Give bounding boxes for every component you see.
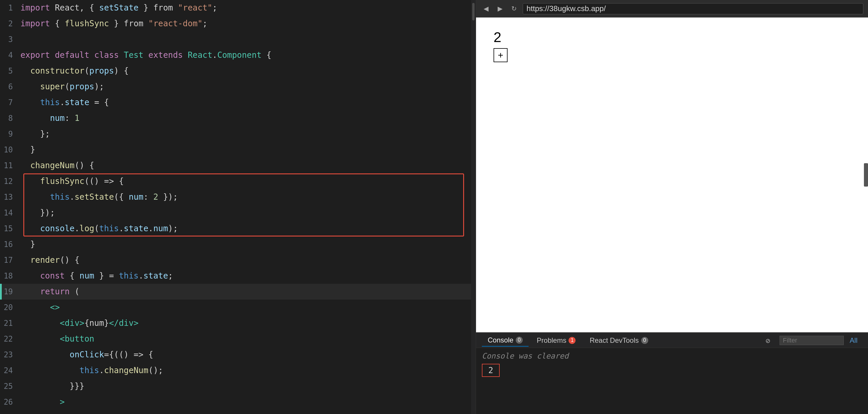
line-number: 27 [0, 410, 18, 414]
code-line: 7 this.state = { [0, 95, 476, 110]
line-content: changeNum() { [18, 158, 476, 173]
line-content: import React, { setState } from "react"; [18, 0, 476, 16]
code-line: 4export default class Test extends React… [0, 47, 476, 63]
code-line: 15 console.log(this.state.num); [0, 221, 476, 236]
browser-bar: ◀ ▶ ↻ [476, 0, 868, 18]
tab-react-devtools-badge: 0 [641, 337, 648, 344]
code-line: 12 flushSync(() => { [0, 173, 476, 189]
tab-problems-badge: 1 [568, 337, 576, 344]
line-content: onClick={(() => { [18, 347, 476, 363]
tab-react-devtools-label: React DevTools [590, 336, 639, 345]
line-number: 3 [0, 32, 18, 47]
tab-console-label: Console [488, 336, 514, 344]
code-line: 21 <div>{num}</div> [0, 315, 476, 331]
bottom-tabs: Console 0 Problems 1 React DevTools 0 Al… [476, 333, 868, 348]
code-line: 24 this.changeNum(); [0, 363, 476, 378]
code-line: 1import React, { setState } from "react"… [0, 0, 476, 16]
line-number: 25 [0, 378, 18, 394]
console-content: Console was cleared 2 [476, 348, 868, 414]
line-content: console.log(this.state.num); [18, 221, 476, 236]
line-content: > [18, 394, 476, 410]
line-number: 26 [0, 394, 18, 410]
line-content: this.changeNum(); [18, 363, 476, 378]
line-number: 16 [0, 236, 18, 252]
line-content: constructor(props) { [18, 63, 476, 79]
line-number: 15 [0, 221, 18, 236]
code-line: 20 <> [0, 300, 476, 315]
active-line-indicator [0, 284, 2, 300]
bottom-panel: Console 0 Problems 1 React DevTools 0 Al… [476, 332, 868, 414]
code-line: 18 const { num } = this.state; [0, 268, 476, 284]
tab-react-devtools[interactable]: React DevTools 0 [584, 334, 654, 346]
line-number: 21 [0, 315, 18, 331]
line-number: 8 [0, 110, 18, 126]
refresh-button[interactable]: ↻ [509, 3, 519, 14]
resizer-handle[interactable] [864, 163, 868, 186]
line-number: 18 [0, 268, 18, 284]
preview-area: 2 + [476, 18, 868, 332]
line-number: 5 [0, 63, 18, 79]
line-content: export default class Test extends React.… [18, 47, 476, 63]
code-line: 19 return ( [0, 284, 476, 300]
line-content: }); [18, 205, 476, 221]
scrollbar-thumb[interactable] [472, 3, 474, 21]
code-line: 22 <button [0, 331, 476, 347]
line-content: }; [18, 126, 476, 142]
url-bar[interactable] [523, 3, 863, 14]
line-content: <div>{num}</div> [18, 315, 476, 331]
line-content: this.setState({ num: 2 }); [18, 189, 476, 205]
tab-problems-label: Problems [537, 336, 566, 345]
line-number: 14 [0, 205, 18, 221]
code-line: 8 num: 1 [0, 110, 476, 126]
line-content: flushSync(() => { [18, 173, 476, 189]
no-entry-icon[interactable] [766, 336, 774, 345]
back-button[interactable]: ◀ [481, 3, 491, 14]
line-content: const { num } = this.state; [18, 268, 476, 284]
code-line: 3 [0, 32, 476, 47]
all-button[interactable]: All [849, 336, 858, 345]
editor-scrollbar[interactable] [471, 0, 476, 414]
line-number: 24 [0, 363, 18, 378]
refresh-icon: ↻ [512, 5, 517, 12]
line-number: 19 [0, 284, 18, 300]
line-number: 7 [0, 95, 18, 110]
code-line: 6 super(props); [0, 79, 476, 95]
line-number: 20 [0, 300, 18, 315]
code-area[interactable]: 1import React, { setState } from "react"… [0, 0, 476, 414]
line-number: 9 [0, 126, 18, 142]
code-line: 9 }; [0, 126, 476, 142]
line-content: <> [18, 300, 476, 315]
line-content: num: 1 [18, 110, 476, 126]
filter-input[interactable] [780, 336, 844, 345]
console-cleared-message: Console was cleared [482, 352, 862, 360]
line-number: 2 [0, 16, 18, 32]
code-line: 25 }}} [0, 378, 476, 394]
line-number: 1 [0, 0, 18, 16]
line-number: 17 [0, 252, 18, 268]
line-content: } [18, 236, 476, 252]
line-number: 23 [0, 347, 18, 363]
line-number: 4 [0, 47, 18, 63]
line-content: return ( [18, 284, 476, 300]
line-content: } [18, 142, 476, 158]
code-line: 5 constructor(props) { [0, 63, 476, 79]
line-content: }}} [18, 378, 476, 394]
code-line: 26 > [0, 394, 476, 410]
back-icon: ◀ [484, 5, 489, 12]
line-number: 6 [0, 79, 18, 95]
line-content: <button [18, 331, 476, 347]
line-content: import { flushSync } from "react-dom"; [18, 16, 476, 32]
forward-icon: ▶ [498, 5, 503, 12]
line-number: 22 [0, 331, 18, 347]
code-line: 11 changeNum() { [0, 158, 476, 173]
code-line: 27 + [0, 410, 476, 414]
code-line: 17 render() { [0, 252, 476, 268]
forward-button[interactable]: ▶ [495, 3, 505, 14]
preview-number: 2 [494, 29, 501, 45]
tab-problems[interactable]: Problems 1 [531, 334, 581, 346]
line-content: render() { [18, 252, 476, 268]
code-line: 2import { flushSync } from "react-dom"; [0, 16, 476, 32]
right-panel: ◀ ▶ ↻ 2 + Console 0 Problems 1 React Dev… [476, 0, 868, 414]
tab-console[interactable]: Console 0 [482, 334, 529, 347]
preview-plus-button[interactable]: + [494, 48, 507, 62]
